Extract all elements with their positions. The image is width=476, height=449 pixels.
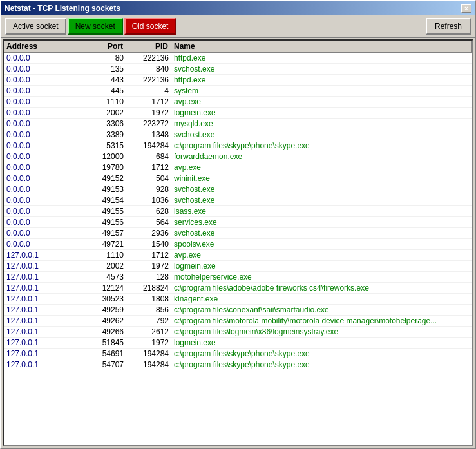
- tab-buttons: Active socket New socket Old socket: [5, 18, 176, 35]
- title-bar: Netstat - TCP Listening sockets ×: [1, 1, 475, 15]
- cell-port: 49262: [81, 316, 126, 326]
- cell-pid: 856: [126, 305, 171, 315]
- cell-address: 0.0.0.0: [4, 97, 81, 107]
- cell-name: svchost.exe: [171, 64, 472, 74]
- table-row[interactable]: 127.0.0.149259856c:\program files\conexa…: [4, 305, 472, 316]
- cell-pid: 1808: [126, 294, 171, 304]
- cell-name: svchost.exe: [171, 184, 472, 195]
- table-row[interactable]: 0.0.0.020021972logmein.exe: [4, 108, 472, 119]
- table-row[interactable]: 127.0.0.14573128motohelperservice.exe: [4, 272, 472, 283]
- cell-name: c:\program files\skype\phone\skype.exe: [171, 140, 472, 151]
- table-row[interactable]: 0.0.0.049156564services.exe: [4, 217, 472, 228]
- cell-address: 127.0.0.1: [4, 349, 81, 359]
- table-row[interactable]: 0.0.0.049153928svchost.exe: [4, 184, 472, 195]
- cell-pid: 1348: [126, 129, 171, 140]
- column-header-pid: PID: [126, 41, 171, 52]
- cell-name: spoolsv.exe: [171, 239, 472, 249]
- cell-address: 0.0.0.0: [4, 140, 81, 151]
- cell-port: 12000: [81, 151, 126, 162]
- cell-name: motohelperservice.exe: [171, 272, 472, 282]
- table-row[interactable]: 0.0.0.049155628lsass.exe: [4, 206, 472, 217]
- window-title: Netstat - TCP Listening sockets: [5, 4, 120, 13]
- new-socket-tab[interactable]: New socket: [68, 18, 123, 35]
- column-header-name: Name: [171, 41, 472, 52]
- cell-name: c:\program files\motorola mobility\motor…: [171, 316, 472, 326]
- cell-name: httpd.exe: [171, 53, 472, 63]
- cell-name: system: [171, 86, 472, 96]
- cell-address: 0.0.0.0: [4, 108, 81, 118]
- cell-pid: 194284: [126, 140, 171, 151]
- cell-address: 0.0.0.0: [4, 162, 81, 173]
- cell-name: httpd.exe: [171, 75, 472, 85]
- table-row[interactable]: 0.0.0.0135840svchost.exe: [4, 64, 472, 75]
- cell-port: 54691: [81, 349, 126, 359]
- cell-pid: 4: [126, 86, 171, 96]
- table-row[interactable]: 127.0.0.1492662612c:\program files\logme…: [4, 327, 472, 338]
- table-row[interactable]: 127.0.0.111101712avp.exe: [4, 250, 472, 261]
- cell-port: 445: [81, 86, 126, 96]
- cell-address: 0.0.0.0: [4, 184, 81, 195]
- cell-port: 54707: [81, 359, 126, 370]
- cell-port: 443: [81, 75, 126, 85]
- cell-port: 5315: [81, 140, 126, 151]
- table-row[interactable]: 127.0.0.149262792c:\program files\motoro…: [4, 316, 472, 327]
- cell-name: c:\program files\logmein\x86\logmeinsyst…: [171, 327, 472, 337]
- cell-name: mysqld.exe: [171, 119, 472, 129]
- table-row[interactable]: 127.0.0.1518451972logmein.exe: [4, 338, 472, 349]
- cell-address: 0.0.0.0: [4, 217, 81, 227]
- old-socket-tab[interactable]: Old socket: [124, 18, 176, 35]
- table-row[interactable]: 0.0.0.080222136httpd.exe: [4, 53, 472, 64]
- table-row[interactable]: 127.0.0.1305231808klnagent.exe: [4, 294, 472, 305]
- cell-port: 49152: [81, 173, 126, 184]
- cell-pid: 840: [126, 64, 171, 74]
- cell-pid: 1972: [126, 338, 171, 348]
- table-row[interactable]: 0.0.0.03306223272mysqld.exe: [4, 119, 472, 129]
- cell-pid: 1972: [126, 108, 171, 118]
- cell-name: c:\program files\skype\phone\skype.exe: [171, 349, 472, 359]
- table-row[interactable]: 0.0.0.011101712avp.exe: [4, 97, 472, 108]
- table-row[interactable]: 127.0.0.154707194284c:\program files\sky…: [4, 359, 472, 370]
- cell-address: 127.0.0.1: [4, 359, 81, 370]
- table-row[interactable]: 0.0.0.04454system: [4, 86, 472, 97]
- toolbar: Active socket New socket Old socket Refr…: [1, 15, 475, 38]
- table-row[interactable]: 0.0.0.05315194284c:\program files\skype\…: [4, 140, 472, 151]
- refresh-button[interactable]: Refresh: [426, 18, 471, 35]
- cell-name: c:\program files\skype\phone\skype.exe: [171, 359, 472, 370]
- cell-name: c:\program files\adobe\adobe fireworks c…: [171, 283, 472, 293]
- cell-address: 0.0.0.0: [4, 239, 81, 249]
- cell-name: avp.exe: [171, 97, 472, 107]
- table-row[interactable]: 0.0.0.0491572936svchost.exe: [4, 228, 472, 239]
- cell-pid: 1712: [126, 162, 171, 173]
- cell-pid: 218824: [126, 283, 171, 293]
- table-row[interactable]: 127.0.0.112124218824c:\program files\ado…: [4, 283, 472, 294]
- table-row[interactable]: 0.0.0.0497211540spoolsv.exe: [4, 239, 472, 250]
- cell-pid: 194284: [126, 349, 171, 359]
- cell-port: 49157: [81, 228, 126, 238]
- cell-name: svchost.exe: [171, 228, 472, 238]
- cell-name: svchost.exe: [171, 195, 472, 205]
- cell-port: 49154: [81, 195, 126, 205]
- table-row[interactable]: 0.0.0.033891348svchost.exe: [4, 129, 472, 140]
- table-row[interactable]: 0.0.0.0491541036svchost.exe: [4, 195, 472, 206]
- cell-name: avp.exe: [171, 250, 472, 260]
- cell-pid: 2936: [126, 228, 171, 238]
- cell-port: 3306: [81, 119, 126, 129]
- cell-address: 0.0.0.0: [4, 64, 81, 74]
- cell-address: 127.0.0.1: [4, 294, 81, 304]
- cell-pid: 194284: [126, 359, 171, 370]
- table-row[interactable]: 0.0.0.049152504wininit.exe: [4, 173, 472, 184]
- table-row[interactable]: 127.0.0.154691194284c:\program files\sky…: [4, 349, 472, 359]
- cell-address: 127.0.0.1: [4, 305, 81, 315]
- cell-name: avp.exe: [171, 162, 472, 173]
- cell-port: 49721: [81, 239, 126, 249]
- cell-pid: 222136: [126, 75, 171, 85]
- table-row[interactable]: 0.0.0.012000684forwarddaemon.exe: [4, 151, 472, 162]
- active-socket-tab[interactable]: Active socket: [5, 18, 66, 35]
- cell-pid: 792: [126, 316, 171, 326]
- table-body[interactable]: 0.0.0.080222136httpd.exe0.0.0.0135840svc…: [4, 53, 472, 445]
- close-button[interactable]: ×: [461, 4, 471, 13]
- cell-port: 49153: [81, 184, 126, 195]
- table-row[interactable]: 0.0.0.0197801712avp.exe: [4, 162, 472, 173]
- table-row[interactable]: 127.0.0.120021972logmein.exe: [4, 261, 472, 272]
- table-row[interactable]: 0.0.0.0443222136httpd.exe: [4, 75, 472, 86]
